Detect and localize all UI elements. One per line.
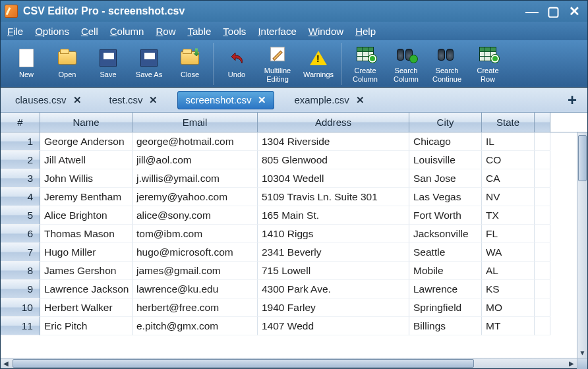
rownum-cell[interactable]: 1: [1, 132, 40, 151]
column-header-city[interactable]: City: [409, 113, 482, 132]
menu-help[interactable]: Help: [355, 26, 376, 37]
cell[interactable]: Jacksonville: [409, 225, 482, 243]
hscroll-left-icon[interactable]: ◀: [1, 358, 11, 368]
cell[interactable]: Eric Pitch: [40, 317, 132, 335]
cell[interactable]: San Jose: [409, 169, 482, 188]
tab-clauses-csv[interactable]: clauses.csv✕: [7, 91, 90, 109]
toolbar-undo[interactable]: Undo: [216, 43, 257, 85]
cell[interactable]: James Gershon: [40, 262, 132, 280]
vscroll-thumb[interactable]: [578, 135, 587, 181]
cell[interactable]: Lawrence Jackson: [40, 280, 132, 298]
cell[interactable]: Herbert Walker: [40, 298, 132, 317]
cell[interactable]: John Willis: [40, 169, 132, 188]
cell[interactable]: MT: [482, 317, 535, 335]
cell[interactable]: [535, 169, 550, 188]
cell[interactable]: FL: [482, 225, 535, 243]
cell[interactable]: [535, 243, 550, 262]
cell[interactable]: Chicago: [409, 132, 482, 151]
tab-close-icon[interactable]: ✕: [149, 94, 158, 106]
table-row[interactable]: 7Hugo Millerhugo@microsoft.com2341 Bever…: [1, 243, 587, 262]
cell[interactable]: CA: [482, 169, 535, 188]
cell[interactable]: jeremy@yahoo.com: [132, 188, 258, 206]
minimize-button[interactable]: —: [523, 4, 541, 18]
cell[interactable]: [535, 225, 550, 243]
cell[interactable]: lawrence@ku.edu: [132, 280, 258, 298]
cell[interactable]: Jeremy Bentham: [40, 188, 132, 206]
cell[interactable]: Lawrence: [409, 280, 482, 298]
rownum-cell[interactable]: 10: [1, 298, 40, 317]
toolbar-create-column[interactable]: Create Column: [345, 43, 386, 85]
cell[interactable]: alice@sony.com: [132, 206, 258, 225]
cell[interactable]: TX: [482, 206, 535, 225]
cell[interactable]: jill@aol.com: [132, 151, 258, 169]
table-row[interactable]: 1George Andersongeorge@hotmail.com1304 R…: [1, 132, 587, 151]
vscroll-down-icon[interactable]: ▼: [577, 347, 587, 358]
toolbar-multiline-editing[interactable]: Multiline Editing: [257, 43, 298, 85]
cell[interactable]: 805 Glenwood: [258, 151, 409, 169]
cell[interactable]: [535, 280, 550, 298]
cell[interactable]: Louisville: [409, 151, 482, 169]
cell[interactable]: hugo@microsoft.com: [132, 243, 258, 262]
cell[interactable]: Las Vegas: [409, 188, 482, 206]
cell[interactable]: Jill Atwell: [40, 151, 132, 169]
cell[interactable]: 715 Lowell: [258, 262, 409, 280]
cell[interactable]: Alice Brighton: [40, 206, 132, 225]
cell[interactable]: 5109 Travis Ln. Suite 301: [258, 188, 409, 206]
menu-options[interactable]: Options: [35, 26, 69, 37]
toolbar-create-row[interactable]: Create Row: [467, 43, 508, 85]
close-button[interactable]: ✕: [565, 4, 583, 18]
column-header-extra[interactable]: [535, 113, 550, 132]
cell[interactable]: tom@ibm.com: [132, 225, 258, 243]
menu-column[interactable]: Column: [110, 26, 144, 37]
vertical-scrollbar[interactable]: ▼: [577, 132, 587, 358]
menu-row[interactable]: Row: [156, 26, 175, 37]
menu-window[interactable]: Window: [309, 26, 343, 37]
cell[interactable]: MO: [482, 298, 535, 317]
tab-screenshot-csv[interactable]: screenshot.csv✕: [177, 91, 274, 109]
toolbar-warnings[interactable]: Warnings: [298, 43, 339, 85]
rownum-cell[interactable]: 2: [1, 151, 40, 169]
cell[interactable]: [535, 262, 550, 280]
column-header-rownum[interactable]: #: [1, 113, 40, 132]
cell[interactable]: George Anderson: [40, 132, 132, 151]
toolbar-search-column[interactable]: Search Column: [386, 43, 426, 85]
cell[interactable]: Thomas Mason: [40, 225, 132, 243]
table-row[interactable]: 6Thomas Masontom@ibm.com1410 RiggsJackso…: [1, 225, 587, 243]
tab-close-icon[interactable]: ✕: [73, 94, 82, 106]
cell[interactable]: Billings: [409, 317, 482, 335]
tab-test-csv[interactable]: test.csv✕: [102, 91, 166, 109]
rownum-cell[interactable]: 4: [1, 188, 40, 206]
rownum-cell[interactable]: 8: [1, 262, 40, 280]
cell[interactable]: [535, 188, 550, 206]
cell[interactable]: KS: [482, 280, 535, 298]
cell[interactable]: 10304 Wedell: [258, 169, 409, 188]
tab-close-icon[interactable]: ✕: [356, 94, 365, 106]
column-header-state[interactable]: State: [482, 113, 535, 132]
column-header-email[interactable]: Email: [132, 113, 258, 132]
cell[interactable]: Mobile: [409, 262, 482, 280]
cell[interactable]: e.pitch@gmx.com: [132, 317, 258, 335]
tab-close-icon[interactable]: ✕: [258, 94, 266, 106]
menu-table[interactable]: Table: [187, 26, 211, 37]
rownum-cell[interactable]: 3: [1, 169, 40, 188]
toolbar-open[interactable]: Open: [47, 43, 88, 85]
hscroll-right-icon[interactable]: ▶: [566, 358, 577, 368]
cell[interactable]: Seattle: [409, 243, 482, 262]
cell[interactable]: 165 Main St.: [258, 206, 409, 225]
cell[interactable]: herbert@free.com: [132, 298, 258, 317]
cell[interactable]: [535, 151, 550, 169]
toolbar-save-as[interactable]: Save As: [129, 43, 169, 85]
cell[interactable]: NV: [482, 188, 535, 206]
cell[interactable]: 4300 Park Ave.: [258, 280, 409, 298]
toolbar-close[interactable]: Close: [169, 43, 210, 85]
tab-example-csv[interactable]: example.csv✕: [286, 91, 372, 109]
menu-cell[interactable]: Cell: [81, 26, 98, 37]
rownum-cell[interactable]: 5: [1, 206, 40, 225]
cell[interactable]: AL: [482, 262, 535, 280]
toolbar-new[interactable]: New: [6, 43, 47, 85]
table-row[interactable]: 11Eric Pitche.pitch@gmx.com1407 WeddBill…: [1, 317, 587, 335]
cell[interactable]: 1304 Riverside: [258, 132, 409, 151]
cell[interactable]: CO: [482, 151, 535, 169]
cell[interactable]: Fort Worth: [409, 206, 482, 225]
cell[interactable]: 1410 Riggs: [258, 225, 409, 243]
